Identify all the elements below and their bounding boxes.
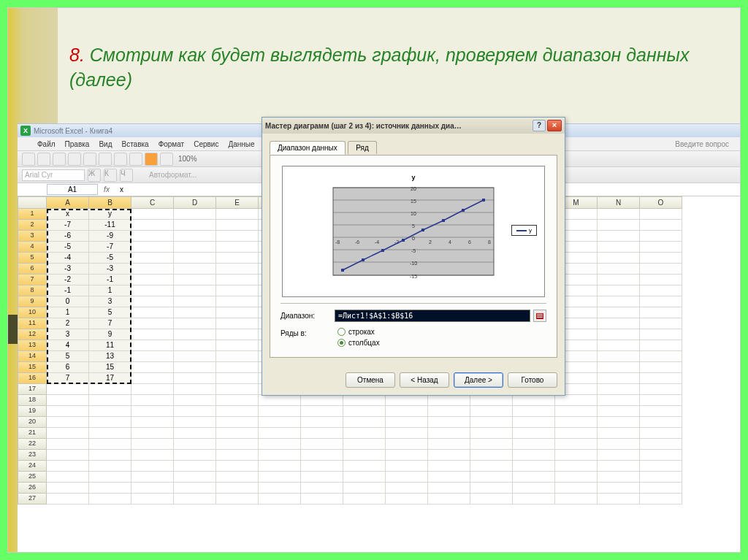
menu-insert[interactable]: Вставка [118, 139, 152, 150]
cell[interactable]: 1 [89, 285, 131, 296]
cell[interactable]: 13 [89, 351, 131, 362]
cell[interactable] [598, 373, 640, 384]
cell[interactable] [513, 461, 555, 472]
row-header[interactable]: 1 [18, 209, 47, 220]
cell[interactable] [131, 242, 174, 253]
cell[interactable]: 7 [47, 373, 89, 384]
cell[interactable]: 15 [89, 362, 131, 373]
cell[interactable] [174, 340, 216, 351]
cell[interactable] [640, 220, 682, 231]
cell[interactable] [598, 231, 640, 242]
cell[interactable] [174, 373, 216, 384]
cell[interactable] [216, 318, 259, 329]
cell[interactable] [131, 275, 174, 285]
cell[interactable] [386, 450, 428, 461]
cell[interactable] [343, 395, 386, 406]
cell[interactable] [216, 417, 259, 428]
cell[interactable] [555, 428, 598, 439]
cell[interactable] [301, 494, 343, 505]
cell[interactable] [47, 450, 89, 461]
cell[interactable] [555, 395, 598, 406]
new-icon[interactable] [22, 153, 35, 166]
cell[interactable] [174, 384, 216, 395]
cell[interactable]: 3 [89, 296, 131, 307]
copy-icon[interactable] [114, 153, 127, 166]
cell[interactable] [216, 285, 259, 296]
cell[interactable] [513, 494, 555, 505]
cell[interactable] [216, 307, 259, 318]
row-header[interactable]: 24 [18, 461, 47, 472]
row-header[interactable]: 13 [18, 340, 47, 351]
cell[interactable] [131, 472, 174, 483]
menu-edit[interactable]: Правка [61, 139, 94, 150]
cell[interactable] [428, 483, 470, 494]
cell[interactable] [131, 231, 174, 242]
cell[interactable] [174, 483, 216, 494]
cell[interactable] [216, 329, 259, 340]
cell[interactable] [259, 483, 301, 494]
cell[interactable] [174, 318, 216, 329]
cell[interactable] [174, 264, 216, 275]
cell[interactable] [131, 307, 174, 318]
cell[interactable] [386, 483, 428, 494]
row-header[interactable]: 5 [18, 253, 47, 264]
cell[interactable] [89, 428, 131, 439]
col-header[interactable]: N [598, 196, 640, 209]
cell[interactable] [598, 318, 640, 329]
cell[interactable] [259, 461, 301, 472]
row-header[interactable]: 26 [18, 483, 47, 494]
cell[interactable] [555, 406, 598, 417]
cell[interactable] [131, 373, 174, 384]
cell[interactable] [598, 483, 640, 494]
cell[interactable] [259, 428, 301, 439]
cell[interactable] [555, 472, 598, 483]
cell[interactable] [640, 373, 682, 384]
cell[interactable] [598, 264, 640, 275]
dialog-titlebar[interactable]: Мастер диаграмм (шаг 2 из 4): источник д… [262, 118, 565, 134]
cell[interactable] [301, 428, 343, 439]
cell[interactable]: -3 [89, 264, 131, 275]
menu-view[interactable]: Вид [95, 139, 115, 150]
cell[interactable] [89, 384, 131, 395]
cell[interactable] [174, 296, 216, 307]
cell[interactable] [386, 417, 428, 428]
cell[interactable] [598, 253, 640, 264]
cell[interactable]: 9 [89, 329, 131, 340]
cell[interactable] [470, 461, 513, 472]
cell[interactable] [640, 406, 682, 417]
cell[interactable] [598, 395, 640, 406]
cell[interactable] [216, 231, 259, 242]
cell[interactable] [598, 472, 640, 483]
cell[interactable] [89, 472, 131, 483]
cell[interactable]: 5 [47, 351, 89, 362]
row-header[interactable]: 15 [18, 362, 47, 373]
preview-icon[interactable] [83, 153, 96, 166]
zoom-control[interactable]: 100% [175, 155, 200, 163]
row-header[interactable]: 17 [18, 384, 47, 395]
cell[interactable] [131, 209, 174, 220]
row-header[interactable]: 10 [18, 307, 47, 318]
cell[interactable] [131, 285, 174, 296]
cell[interactable] [47, 461, 89, 472]
radio-columns[interactable]: столбцах [337, 339, 380, 347]
paste-icon[interactable] [129, 153, 142, 166]
col-header[interactable]: B [89, 196, 131, 209]
col-header[interactable]: O [640, 196, 682, 209]
cell[interactable] [301, 461, 343, 472]
cell[interactable] [428, 406, 470, 417]
cell[interactable] [598, 384, 640, 395]
cell[interactable] [386, 494, 428, 505]
row-header[interactable]: 20 [18, 417, 47, 428]
row-header[interactable]: 25 [18, 472, 47, 483]
italic-icon[interactable]: К [104, 169, 117, 182]
row-header[interactable]: 11 [18, 318, 47, 329]
cell[interactable] [174, 461, 216, 472]
menu-file[interactable]: Файл [34, 139, 59, 150]
cell[interactable] [513, 439, 555, 450]
cell[interactable]: 2 [47, 318, 89, 329]
cell[interactable] [640, 461, 682, 472]
font-selector[interactable]: Arial Cyr [22, 169, 85, 181]
cell[interactable] [131, 428, 174, 439]
cell[interactable] [428, 428, 470, 439]
cell[interactable] [216, 296, 259, 307]
